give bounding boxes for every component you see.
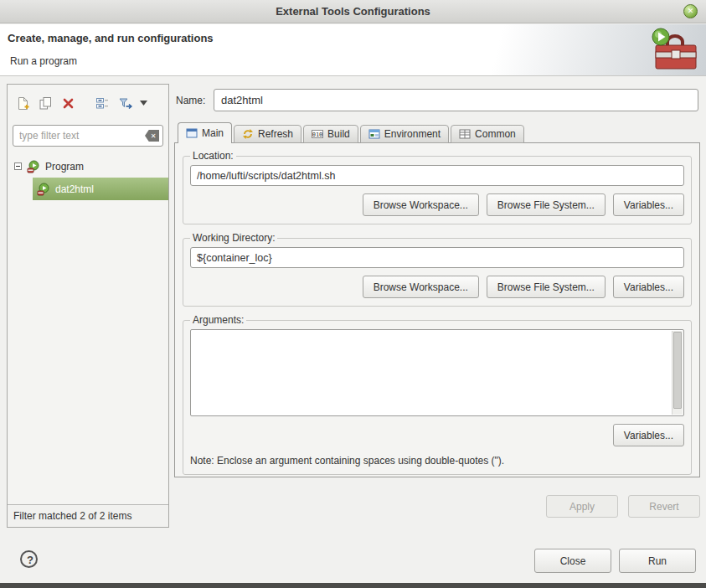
- chevron-down-icon: [140, 101, 147, 106]
- arguments-scrollbar[interactable]: [672, 331, 683, 415]
- revert-button[interactable]: Revert: [628, 495, 700, 518]
- duplicate-icon: [39, 96, 53, 111]
- banner-subtitle: Run a program: [10, 55, 77, 67]
- program-category-icon: [27, 160, 40, 173]
- config-detail-panel: Name: Main Refresh 010 Build: [174, 84, 700, 528]
- location-input[interactable]: [190, 165, 684, 186]
- name-label: Name:: [176, 95, 205, 106]
- tab-common[interactable]: Common: [451, 125, 524, 143]
- tab-environment[interactable]: Environment: [360, 125, 449, 143]
- tree-item-dat2html[interactable]: dat2html: [33, 178, 168, 200]
- duplicate-config-button[interactable]: [34, 93, 57, 113]
- tree-item-label: Program: [45, 161, 84, 173]
- toolbar-menu-button[interactable]: [137, 93, 150, 113]
- titlebar: External Tools Configurations ✕: [0, 0, 706, 23]
- main-tab-icon: [186, 127, 198, 139]
- workdir-browse-workspace-button[interactable]: Browse Workspace...: [363, 276, 479, 298]
- location-browse-filesystem-button[interactable]: Browse File System...: [487, 193, 606, 216]
- location-browse-workspace-button[interactable]: Browse Workspace...: [363, 193, 479, 216]
- arguments-variables-button[interactable]: Variables...: [613, 424, 684, 446]
- arguments-box: [190, 329, 684, 416]
- window-close-button[interactable]: ✕: [683, 4, 698, 18]
- banner-title: Create, manage, and run configurations: [8, 32, 214, 44]
- launch-config-icon: [37, 183, 50, 196]
- working-directory-label: Working Directory:: [190, 232, 277, 244]
- config-tabs: Main Refresh 010 Build: [178, 122, 526, 143]
- svg-text:010: 010: [312, 132, 323, 138]
- working-directory-group: Working Directory: Browse Workspace... B…: [183, 232, 692, 307]
- filter-status: Filter matched 2 of 2 items: [8, 504, 168, 527]
- environment-tab-icon: [368, 128, 380, 140]
- workdir-variables-button[interactable]: Variables...: [613, 276, 684, 298]
- launch-config-sidebar: ✕ Program dat2html Filter matched 2 of 2…: [7, 84, 169, 528]
- tab-refresh[interactable]: Refresh: [234, 125, 301, 143]
- window-title: External Tools Configurations: [0, 0, 706, 23]
- location-label: Location:: [190, 150, 236, 162]
- close-button[interactable]: Close: [534, 549, 611, 573]
- tab-main[interactable]: Main: [178, 122, 232, 143]
- tab-build[interactable]: 010 Build: [303, 125, 358, 143]
- run-button[interactable]: Run: [619, 549, 696, 573]
- main-tab-content: Location: Browse Workspace... Browse Fil…: [174, 142, 700, 477]
- arguments-textarea[interactable]: [193, 332, 670, 414]
- sidebar-toolbar: [12, 93, 150, 113]
- filter-icon: [118, 96, 132, 111]
- location-group: Location: Browse Workspace... Browse Fil…: [183, 150, 692, 224]
- filter-configs-button[interactable]: [114, 93, 137, 113]
- arguments-note: Note: Enclose an argument containing spa…: [190, 455, 684, 467]
- working-directory-input[interactable]: [190, 247, 684, 268]
- new-config-icon: [16, 96, 30, 111]
- new-config-button[interactable]: [12, 93, 34, 113]
- tree-expander-icon[interactable]: [14, 162, 22, 170]
- collapse-all-button[interactable]: [91, 93, 114, 113]
- delete-config-button[interactable]: [57, 93, 80, 113]
- apply-button[interactable]: Apply: [546, 495, 618, 518]
- config-tree: Program dat2html: [8, 155, 168, 200]
- apply-revert-row: Apply Revert: [546, 495, 700, 518]
- external-tools-toolbox-icon: [649, 27, 701, 74]
- delete-icon: [62, 97, 75, 110]
- tree-item-label: dat2html: [55, 183, 94, 195]
- filter-input[interactable]: [13, 125, 163, 147]
- help-button[interactable]: ?: [20, 550, 38, 568]
- screen-bottom-edge: [0, 583, 706, 588]
- filter-row: ✕: [13, 125, 163, 147]
- build-tab-icon: 010: [312, 128, 323, 140]
- tree-item-program[interactable]: Program: [8, 155, 168, 178]
- refresh-tab-icon: [242, 128, 254, 140]
- scrollbar-thumb[interactable]: [673, 332, 682, 409]
- footer-buttons: Close Run: [534, 549, 696, 573]
- collapse-all-icon: [95, 96, 110, 111]
- common-tab-icon: [459, 128, 471, 140]
- location-variables-button[interactable]: Variables...: [613, 193, 684, 216]
- workdir-browse-filesystem-button[interactable]: Browse File System...: [487, 276, 606, 298]
- arguments-group: Arguments: Variables... Note: Enclose an…: [183, 314, 692, 475]
- name-input[interactable]: [214, 89, 698, 111]
- arguments-label: Arguments:: [190, 314, 246, 326]
- header-banner: Create, manage, and run configurations R…: [0, 24, 706, 76]
